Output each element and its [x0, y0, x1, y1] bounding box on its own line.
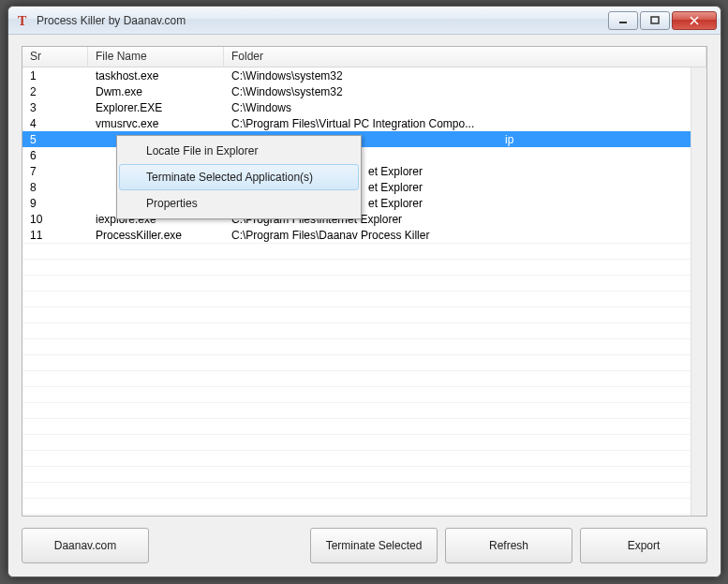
client-area: Sr File Name Folder 1taskhost.exeC:\Wind…	[8, 35, 721, 577]
cell-folder: C:\Windows	[224, 101, 706, 114]
app-window: T Process Killer by Daanav.com Sr File N…	[7, 6, 721, 577]
cell-folder: C:\Windows\system32	[224, 85, 706, 98]
table-row[interactable]: 4vmusrvc.exeC:\Program Files\Virtual PC …	[22, 115, 706, 131]
close-button[interactable]	[672, 11, 717, 30]
window-title: Process Killer by Daanav.com	[37, 14, 186, 27]
table-row[interactable]: 3Explorer.EXEC:\Windows	[22, 99, 706, 115]
table-row[interactable]: 1taskhost.exeC:\Windows\system32	[22, 67, 706, 83]
terminate-selected-button[interactable]: Terminate Selected	[310, 528, 438, 563]
button-bar: Daanav.com Terminate Selected Refresh Ex…	[22, 528, 707, 563]
window-controls	[608, 11, 721, 30]
table-row[interactable]: 11ProcessKiller.exeC:\Program Files\Daan…	[22, 227, 706, 243]
list-header[interactable]: Sr File Name Folder	[22, 47, 706, 67]
cell-folder: C:\Windows\system32	[224, 69, 706, 82]
cell-sr: 11	[22, 229, 88, 242]
svg-rect-2	[651, 17, 659, 23]
cell-filename: Dwm.exe	[88, 85, 224, 98]
column-header-filename[interactable]: File Name	[88, 47, 224, 67]
context-menu-item[interactable]: Terminate Selected Application(s)	[119, 164, 359, 190]
column-header-sr[interactable]: Sr	[22, 47, 88, 67]
export-button[interactable]: Export	[580, 528, 707, 563]
process-list[interactable]: Sr File Name Folder 1taskhost.exeC:\Wind…	[22, 46, 707, 517]
cell-filename: Explorer.EXE	[88, 101, 224, 114]
cell-sr: 8	[22, 181, 88, 194]
cell-filename: vmusrvc.exe	[88, 117, 224, 130]
cell-sr: 2	[22, 85, 88, 98]
maximize-button[interactable]	[640, 11, 670, 30]
vertical-scrollbar[interactable]	[691, 67, 706, 516]
svg-text:T: T	[18, 14, 27, 28]
cell-filename: ProcessKiller.exe	[88, 229, 224, 242]
app-icon: T	[16, 13, 31, 28]
context-menu-item[interactable]: Locate File in Explorer	[119, 138, 359, 164]
column-header-folder[interactable]: Folder	[224, 47, 706, 67]
daanav-button[interactable]: Daanav.com	[22, 528, 149, 563]
cell-sr: 3	[22, 101, 88, 114]
cell-sr: 6	[22, 149, 88, 162]
table-row[interactable]: 2Dwm.exeC:\Windows\system32	[22, 83, 706, 99]
minimize-button[interactable]	[608, 11, 638, 30]
titlebar[interactable]: T Process Killer by Daanav.com	[8, 7, 721, 35]
cell-folder: C:\Program Files\Virtual PC Integration …	[224, 117, 706, 130]
cell-sr: 7	[22, 165, 88, 178]
cell-sr: 4	[22, 117, 88, 130]
context-menu[interactable]: Locate File in ExplorerTerminate Selecte…	[116, 135, 362, 219]
context-menu-item[interactable]: Properties	[119, 190, 359, 217]
cell-folder: C:\Program Files\Daanav Process Killer	[224, 229, 706, 242]
cell-sr: 1	[22, 69, 88, 82]
cell-sr: 5	[22, 133, 88, 146]
refresh-button[interactable]: Refresh	[445, 528, 572, 563]
cell-sr: 10	[22, 213, 88, 226]
cell-filename: taskhost.exe	[88, 69, 224, 82]
cell-sr: 9	[22, 197, 88, 210]
